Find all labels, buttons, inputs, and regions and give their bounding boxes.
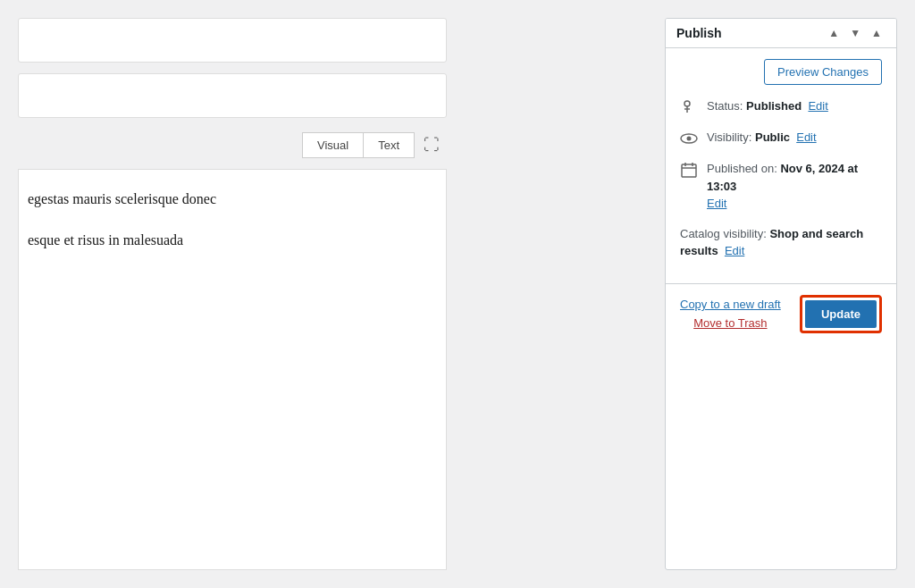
collapse-up-button[interactable]: ▲ xyxy=(825,26,843,40)
svg-point-0 xyxy=(684,101,690,106)
calendar-icon xyxy=(680,161,698,179)
svg-point-4 xyxy=(687,137,692,141)
eye-icon xyxy=(680,130,698,147)
publish-body: Preview Changes Status: Published Edit xyxy=(666,48,896,283)
visibility-row: Visibility: Public Edit xyxy=(680,129,882,147)
status-row: Status: Published Edit xyxy=(680,97,882,116)
update-btn-wrapper: Update xyxy=(800,295,882,333)
collapse-down-button[interactable]: ▼ xyxy=(846,26,864,40)
visibility-label: Visibility: xyxy=(707,130,751,144)
update-button[interactable]: Update xyxy=(805,300,877,328)
published-on-text: Published on: Nov 6, 2024 at 13:03 Edit xyxy=(707,160,882,213)
content-line-1: egestas mauris scelerisque donec xyxy=(28,188,428,211)
publish-header: Publish ▲ ▼ ▲ xyxy=(666,19,896,48)
collapse-toggle-button[interactable]: ▲ xyxy=(868,26,886,40)
status-edit-link[interactable]: Edit xyxy=(808,99,827,113)
pin-icon xyxy=(680,98,698,116)
copy-draft-button[interactable]: Copy to a new draft xyxy=(680,298,781,311)
left-panel: Visual Text ⛶ egestas mauris scelerisque… xyxy=(18,18,647,570)
title-input[interactable] xyxy=(18,18,447,63)
status-icon xyxy=(680,98,698,116)
publish-controls: ▲ ▼ ▲ xyxy=(825,26,886,40)
move-trash-button[interactable]: Move to Trash xyxy=(680,316,781,330)
page-wrapper: Visual Text ⛶ egestas mauris scelerisque… xyxy=(0,0,915,588)
text-tab[interactable]: Text xyxy=(363,132,415,158)
catalog-visibility-text: Catalog visibility: Shop and search resu… xyxy=(680,225,882,260)
preview-changes-button[interactable]: Preview Changes xyxy=(764,59,882,85)
editor-toolbar: Visual Text ⛶ xyxy=(18,129,447,158)
status-value: Published xyxy=(746,99,802,113)
catalog-visibility-edit-link[interactable]: Edit xyxy=(725,244,744,257)
footer-left: Copy to a new draft Move to Trash xyxy=(680,298,781,330)
visual-tab[interactable]: Visual xyxy=(302,132,363,158)
catalog-visibility-row: Catalog visibility: Shop and search resu… xyxy=(680,225,882,260)
visibility-edit-link[interactable]: Edit xyxy=(796,130,816,144)
content-line-2: esque et risus in malesuada xyxy=(28,229,428,252)
editor-content-area[interactable]: egestas mauris scelerisque donec esque e… xyxy=(18,169,447,570)
published-on-edit-link[interactable]: Edit xyxy=(707,197,726,210)
published-on-label: Published on: xyxy=(707,162,777,175)
preview-btn-row: Preview Changes xyxy=(680,59,882,85)
publish-panel: Publish ▲ ▼ ▲ Preview Changes xyxy=(665,18,897,570)
publish-title: Publish xyxy=(676,26,722,40)
publish-footer: Copy to a new draft Move to Trash Update xyxy=(666,283,896,344)
status-text: Status: Published Edit xyxy=(707,97,882,115)
catalog-visibility-label: Catalog visibility: xyxy=(680,227,767,240)
visibility-icon xyxy=(680,130,698,147)
svg-rect-5 xyxy=(682,164,696,177)
calendar-icon-wrapper xyxy=(680,161,698,179)
visibility-value: Public xyxy=(755,130,790,144)
visibility-text: Visibility: Public Edit xyxy=(707,129,882,147)
status-label: Status: xyxy=(707,99,743,113)
published-on-row: Published on: Nov 6, 2024 at 13:03 Edit xyxy=(680,160,882,213)
expand-icon[interactable]: ⛶ xyxy=(424,136,440,155)
editor-meta-bar xyxy=(18,73,447,118)
